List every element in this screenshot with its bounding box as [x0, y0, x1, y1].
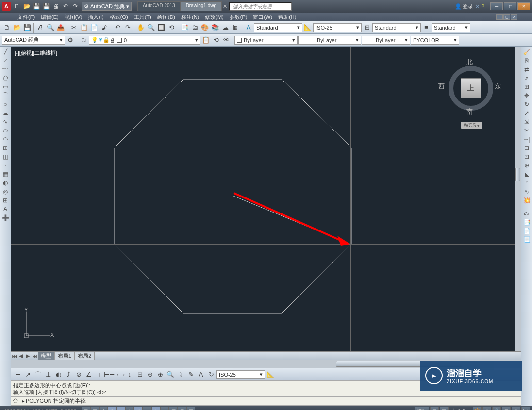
draworder3-icon[interactable]: 📄 — [522, 227, 531, 235]
dimstyle-icon2[interactable]: 📐 — [266, 370, 275, 379]
minimize-button[interactable]: ─ — [490, 2, 503, 10]
gradient-icon[interactable]: ◐ — [1, 179, 10, 187]
cut-icon[interactable]: ✂ — [69, 23, 79, 33]
text-style-select[interactable]: Standard▾ — [254, 23, 302, 32]
line-icon[interactable]: ╱ — [1, 48, 10, 56]
mlstyle-icon[interactable]: ≡ — [421, 23, 431, 33]
dim-style-select2[interactable]: ISO-25▾ — [216, 370, 265, 379]
next-tab-icon[interactable]: ▶ — [24, 353, 31, 360]
explode-icon[interactable]: 💥 — [522, 196, 531, 204]
dir-west[interactable]: 西 — [438, 82, 445, 91]
menu-file[interactable]: 文件(F) — [15, 14, 38, 21]
menu-window[interactable]: 窗口(W) — [250, 14, 275, 21]
menu-tools[interactable]: 工具(T) — [131, 14, 154, 21]
ortho-button[interactable]: ⊥ — [99, 407, 108, 410]
gear-icon[interactable]: ⚙ — [66, 35, 75, 45]
dimupd-icon[interactable]: ↻ — [206, 370, 216, 379]
ellipsearc-icon[interactable]: ◠ — [1, 135, 10, 143]
menu-insert[interactable]: 插入(I) — [85, 14, 106, 21]
dimbreak-icon[interactable]: ⊟ — [135, 370, 145, 379]
revcloud-icon[interactable]: ☁ — [1, 109, 10, 117]
array-icon[interactable]: ⊞ — [522, 82, 531, 91]
open-icon[interactable]: 📂 — [12, 23, 22, 33]
otrack-button[interactable]: ∠ — [134, 407, 143, 410]
copy-obj-icon[interactable]: ⎘ — [522, 56, 531, 65]
extend-icon[interactable]: →| — [522, 135, 531, 143]
menu-modify[interactable]: 修改(M) — [202, 14, 227, 21]
spline-icon[interactable]: ∿ — [1, 117, 10, 126]
app-tab[interactable]: AutoCAD 2013 — [137, 1, 181, 11]
menu-edit[interactable]: 编辑(E) — [38, 14, 62, 21]
layeriso-icon[interactable]: 👁 — [221, 35, 231, 45]
zoom-icon[interactable]: 🔍 — [146, 23, 156, 33]
join-icon[interactable]: ⊕ — [522, 161, 531, 169]
menu-parametric[interactable]: 参数(P) — [227, 14, 250, 21]
qp-button[interactable]: ⊡ — [178, 407, 186, 410]
circle-icon[interactable]: ○ — [1, 100, 10, 108]
workspace-select2[interactable]: AutoCAD 经典▾ — [2, 36, 65, 45]
tpy-button[interactable]: ▤ — [169, 407, 178, 410]
undo-icon[interactable]: ↶ — [61, 2, 70, 11]
viewcube-face[interactable]: 上 — [461, 78, 481, 98]
layer-icon[interactable]: 🗂 — [79, 35, 88, 45]
redo-icon[interactable]: ↷ — [123, 23, 133, 33]
dimdia-icon[interactable]: ⊘ — [74, 370, 83, 379]
mdi-min-button[interactable]: ─ — [496, 14, 503, 20]
help-icon[interactable]: ? — [482, 3, 484, 9]
erase-icon[interactable]: 🧹 — [522, 48, 531, 56]
rectangle-icon[interactable]: ▭ — [1, 82, 10, 91]
toolpalette-icon[interactable]: 🎨 — [200, 23, 210, 33]
plot-icon[interactable]: 🖨 — [51, 2, 60, 11]
login-button[interactable]: 👤登录 — [455, 3, 473, 10]
ducs-button[interactable]: ⎋ — [143, 407, 151, 410]
textstyle-icon[interactable]: A — [244, 23, 253, 33]
trim-icon[interactable]: ✂ — [522, 126, 531, 134]
calculator-icon[interactable]: 🖩 — [231, 23, 240, 33]
centermark-icon[interactable]: ⊕ — [155, 370, 165, 379]
mtext-icon[interactable]: A — [1, 205, 10, 213]
print-icon[interactable]: 🖨 — [35, 23, 45, 33]
tab-layout1[interactable]: 布局1 — [55, 352, 75, 360]
region-icon[interactable]: ◎ — [1, 187, 10, 196]
lwt-button[interactable]: ≡ — [160, 407, 169, 410]
preview-icon[interactable]: 🔍 — [46, 23, 55, 33]
draworder4-icon[interactable]: 📃 — [522, 235, 531, 244]
mirror-icon[interactable]: ⇄ — [522, 65, 531, 73]
annomon-icon[interactable]: 🔆 — [473, 407, 482, 410]
file-tab[interactable]: Drawing1.dwg — [181, 1, 222, 11]
mdi-close-button[interactable]: ✕ — [511, 14, 517, 20]
first-tab-icon[interactable]: ⏮ — [11, 353, 17, 360]
grid-button[interactable]: ▦ — [90, 407, 99, 410]
undo-icon[interactable]: ↶ — [113, 23, 122, 33]
table-icon[interactable]: ⊞ — [1, 196, 10, 204]
tab-model[interactable]: 模型 — [38, 352, 55, 360]
insert-icon[interactable]: ⊞ — [1, 144, 10, 152]
toolbar-lock-icon[interactable]: 🔒 — [492, 407, 501, 410]
dimedit-icon[interactable]: ✎ — [186, 370, 196, 379]
viewcube[interactable]: 北 南 西 东 上 WCS ▾ — [436, 54, 509, 127]
dir-south[interactable]: 南 — [466, 107, 473, 116]
plotstyle-select[interactable]: BYCOLOR▾ — [411, 36, 459, 45]
dimbase-icon[interactable]: ⊢⊢ — [104, 370, 114, 379]
scale-icon[interactable]: ⤢ — [522, 109, 531, 117]
mdi-max-button[interactable]: ◻ — [503, 14, 510, 20]
dir-east[interactable]: 东 — [495, 82, 501, 91]
dimaligned-icon[interactable]: ↗ — [23, 370, 33, 379]
model-button[interactable]: 模型 — [415, 407, 429, 410]
lineweight-select[interactable]: ByLayer▾ — [362, 36, 410, 45]
menu-view[interactable]: 视图(V) — [62, 14, 85, 21]
app-logo-icon[interactable]: A — [2, 2, 11, 11]
scrollbar-thumb[interactable] — [515, 168, 520, 181]
open-icon[interactable]: 📂 — [22, 2, 31, 11]
sheetset-icon[interactable]: 📚 — [210, 23, 220, 33]
break2-icon[interactable]: ⊡ — [522, 152, 531, 161]
linetype-select[interactable]: ByLayer▾ — [298, 36, 361, 45]
cleanscreen-icon[interactable]: ⛶ — [521, 407, 530, 410]
match-icon[interactable]: 🖌 — [100, 23, 109, 33]
dyn-button[interactable]: + — [151, 407, 160, 410]
draworder2-icon[interactable]: 📑 — [522, 218, 531, 226]
move-icon[interactable]: ✥ — [522, 91, 531, 99]
dimjog-icon[interactable]: ⤴ — [64, 370, 73, 379]
table-style-select[interactable]: Standard▾ — [372, 23, 421, 32]
grid3-button[interactable]: ▦ — [440, 407, 449, 410]
